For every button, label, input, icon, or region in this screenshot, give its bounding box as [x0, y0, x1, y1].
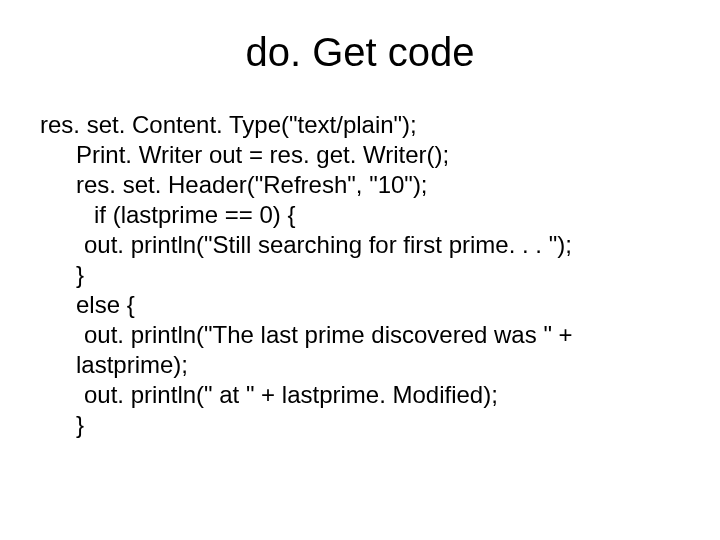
code-line: } [40, 410, 680, 440]
code-line: Print. Writer out = res. get. Writer(); [40, 140, 680, 170]
code-line: res. set. Header("Refresh", "10"); [40, 170, 680, 200]
code-line: out. println("The last prime discovered … [40, 320, 680, 350]
code-line: } [40, 260, 680, 290]
slide-title: do. Get code [40, 30, 680, 75]
code-line: lastprime); [40, 350, 680, 380]
code-line: res. set. Content. Type("text/plain"); [40, 110, 680, 140]
code-block: res. set. Content. Type("text/plain"); P… [40, 110, 680, 440]
code-line: out. println("Still searching for first … [40, 230, 680, 260]
slide-container: do. Get code res. set. Content. Type("te… [0, 0, 720, 540]
code-line: if (lastprime == 0) { [40, 200, 680, 230]
code-line: out. println(" at " + lastprime. Modifie… [40, 380, 680, 410]
code-line: else { [40, 290, 680, 320]
